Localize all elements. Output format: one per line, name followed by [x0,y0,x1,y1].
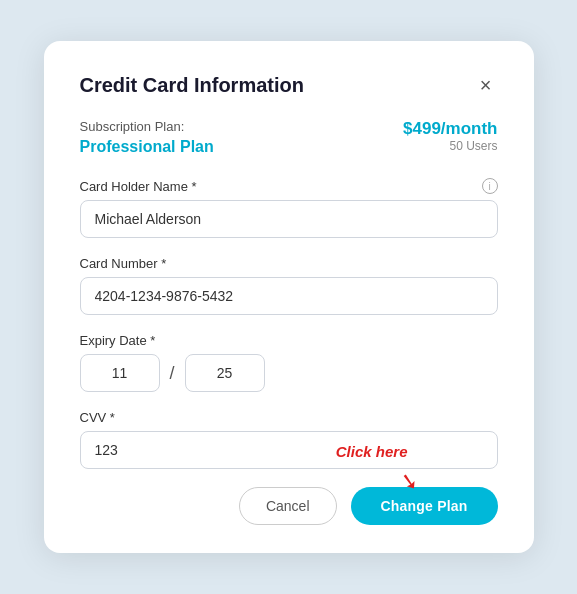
price-amount: $499/month [403,119,497,139]
expiry-row: / [80,354,498,392]
subscription-info: Subscription Plan: Professional Plan [80,119,214,156]
change-plan-button[interactable]: Change Plan [351,487,498,525]
info-icon[interactable]: i [482,178,498,194]
card-holder-input[interactable] [80,200,498,238]
card-holder-group: Card Holder Name * i [80,178,498,238]
subscription-label: Subscription Plan: [80,119,214,134]
price-users: 50 Users [403,139,497,153]
cancel-button[interactable]: Cancel [239,487,337,525]
cvv-group: CVV * [80,410,498,469]
subscription-plan-name: Professional Plan [80,138,214,156]
expiry-label: Expiry Date * [80,333,498,348]
card-number-input[interactable] [80,277,498,315]
card-number-label: Card Number * [80,256,498,271]
click-here-label: Click here [336,443,408,460]
expiry-group: Expiry Date * / [80,333,498,392]
expiry-month-input[interactable] [80,354,160,392]
card-holder-label: Card Holder Name * i [80,178,498,194]
expiry-separator: / [170,363,175,384]
cvv-label: CVV * [80,410,498,425]
modal-header: Credit Card Information × [80,73,498,97]
card-number-group: Card Number * [80,256,498,315]
modal-title: Credit Card Information [80,74,304,97]
close-button[interactable]: × [474,73,498,97]
subscription-row: Subscription Plan: Professional Plan $49… [80,119,498,156]
credit-card-modal: Credit Card Information × Subscription P… [44,41,534,553]
arrow-indicator: ➘ [397,468,419,497]
subscription-price-info: $499/month 50 Users [403,119,497,153]
cvv-input[interactable] [80,431,498,469]
expiry-year-input[interactable] [185,354,265,392]
modal-footer: Click here ➘ Cancel Change Plan [80,487,498,525]
